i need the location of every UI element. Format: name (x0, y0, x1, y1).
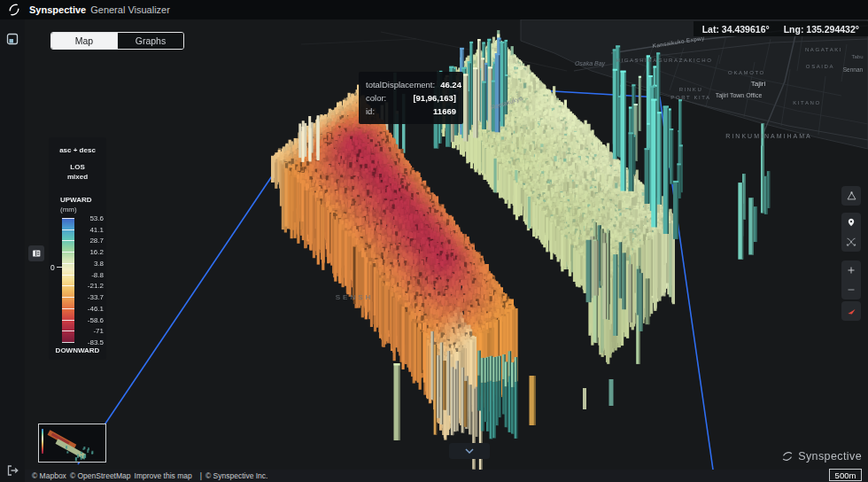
legend-tick-label: -83.5 (72, 338, 104, 346)
map-label: RINKU (679, 87, 703, 92)
map-label: Tajiri Town Office (716, 92, 763, 98)
compass-button[interactable] (841, 301, 861, 321)
collapse-panel-button[interactable] (449, 443, 490, 459)
tooltip-label: totalDisplacement: (366, 78, 435, 91)
compass-needle-icon (845, 305, 858, 318)
triangle-ruler-icon (845, 190, 858, 203)
chevron-down-icon (464, 447, 475, 455)
crossed-arrows-icon (845, 236, 857, 248)
tooltip-value: [91,96,163] (413, 91, 456, 105)
legend-panel-icon (30, 247, 43, 260)
attribution-bar: © Mapbox © OpenStreetMap Improve this ma… (25, 470, 868, 482)
location-controls (841, 213, 861, 252)
attrib-osm[interactable]: © OpenStreetMap (70, 471, 131, 480)
tab-map[interactable]: Map (51, 33, 117, 49)
app-title: General Visualizer (90, 4, 170, 15)
map-label: PORT KITA (670, 95, 710, 100)
hover-tooltip: totalDisplacement:46.24 color:[91,96,163… (359, 72, 463, 124)
coordinates-readout: Lat: 34.439616° Lng: 135.294432° (694, 21, 868, 36)
tooltip-value: 11669 (433, 105, 456, 118)
legend-tick-label: -58.6 (72, 316, 104, 324)
legend-tick-label: 16.2 (72, 248, 104, 256)
tooltip-value: 46.24 (440, 78, 461, 91)
app: Kansaikuko ExpwyHIGASHIHAGURAZAKICHONAGA… (0, 0, 868, 482)
measure-button[interactable] (841, 186, 861, 206)
legend-toggle-button[interactable] (28, 245, 44, 261)
latitude-value: Lat: 34.439616° (702, 24, 770, 35)
legend-upward-label: UPWARD (60, 196, 92, 204)
minimap-canvas (39, 424, 105, 462)
legend-tick-label: -71 (72, 327, 104, 335)
top-bar: Synspective General Visualizer (0, 0, 868, 19)
legend-los: LOSmixed (49, 162, 106, 182)
map-label: HIGASHIHAGURAZAKICHO (616, 58, 712, 63)
attrib-improve-link[interactable]: Improve this map (135, 471, 192, 480)
left-sidebar (0, 19, 25, 482)
map-scale: 500m (829, 469, 862, 481)
zoom-out-button[interactable] (841, 280, 861, 299)
zoom-in-button[interactable] (841, 260, 861, 280)
legend-tick-label: 3.8 (72, 260, 104, 268)
logout-icon[interactable] (5, 463, 19, 478)
location-pin-icon (845, 216, 857, 229)
map-label: Osaka Bay (575, 60, 605, 66)
attrib-separator: | (200, 471, 202, 480)
scale-label: 500m (835, 470, 856, 480)
legend-tick-label: -33.7 (72, 293, 104, 301)
minimap[interactable] (38, 424, 106, 463)
map-label: OKAMOTO (728, 70, 765, 75)
legend-tick-label: -21.2 (72, 282, 104, 290)
map-label: Tajiri (751, 80, 765, 88)
minus-icon (845, 284, 857, 296)
swap-view-button[interactable] (841, 232, 861, 252)
measure-control (841, 186, 861, 206)
legend-unit: (mm) (60, 206, 77, 214)
legend-tick-label: -46.1 (72, 305, 104, 313)
map-label: RINKUMINAMIHAMA (725, 133, 811, 139)
legend-panel: asc + desc LOSmixed UPWARD (mm) 53.641.1… (49, 137, 106, 360)
legend-mode: asc + desc (49, 146, 106, 154)
map-label: SENSH (336, 293, 374, 301)
synspective-watermark-icon (781, 450, 794, 463)
legend-downward-label: DOWNWARD (49, 346, 106, 354)
map-label: NAGATAKI (805, 47, 842, 52)
legend-tick-label: 41.1 (72, 226, 104, 234)
map-label: Tabu (851, 54, 863, 59)
tooltip-label: color: (366, 91, 386, 105)
longitude-value: Lng: 135.294432° (784, 24, 859, 35)
tooltip-label: id: (366, 105, 375, 118)
map-label: KITANO (793, 100, 821, 105)
watermark-text: Synspective (798, 450, 862, 463)
synspective-logo-icon (4, 0, 23, 19)
legend-tick-label: 53.6 (72, 214, 104, 222)
attrib-synspective: © Synspective Inc. (205, 471, 268, 480)
map-label: OSAIDA (806, 64, 834, 69)
compass-control (841, 301, 861, 321)
zoom-controls (841, 260, 861, 299)
legend-tick-label: -8.8 (72, 271, 104, 279)
tab-graphs[interactable]: Graphs (117, 33, 183, 49)
synspective-watermark: Synspective (781, 450, 862, 463)
attrib-mapbox[interactable]: © Mapbox (32, 471, 66, 480)
brand-name: Synspective (29, 4, 86, 15)
legend-tick-label: 28.7 (72, 237, 104, 245)
plus-icon (845, 264, 857, 276)
geolocate-button[interactable] (841, 213, 861, 232)
map-label: Sennan (843, 66, 863, 73)
view-tabs: Map Graphs (50, 32, 184, 50)
panel-layout-icon[interactable] (5, 32, 19, 46)
legend-zero-label: 0 (50, 263, 55, 272)
